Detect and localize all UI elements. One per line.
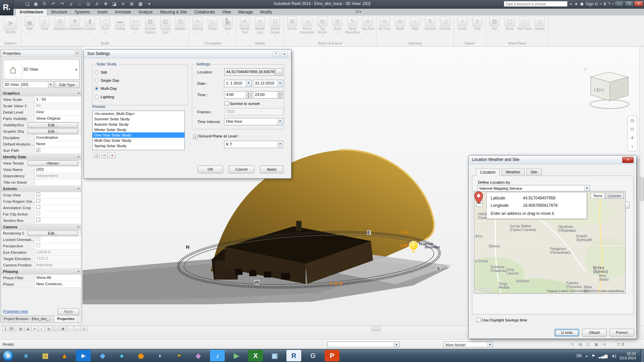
view-control-icon[interactable]: ◍: [46, 326, 52, 331]
help-icon[interactable]: ?: [272, 51, 279, 57]
qat-icon[interactable]: ◪: [111, 1, 118, 7]
property-row[interactable]: Camera Position Adjusting Adjusting: [1, 262, 81, 268]
volume-icon[interactable]: ◄): [611, 354, 616, 358]
preset-item[interactable]: Multi Day Solar Study: [93, 138, 184, 143]
radio-lighting[interactable]: Lighting: [95, 95, 114, 99]
map-terms-link[interactable]: Услови коришћења: [597, 289, 624, 293]
ribbon-button[interactable]: ⊠Room: [285, 16, 300, 31]
property-row[interactable]: View Scale 1 : 50 1 : 50: [1, 97, 81, 103]
property-row[interactable]: Section Box: [1, 218, 81, 224]
status-icon[interactable]: ✎: [569, 342, 575, 347]
map-view-button[interactable]: Мапа: [591, 193, 605, 199]
ribbon-button[interactable]: ▦Set: [487, 16, 502, 31]
presets-listbox[interactable]: <In-session, Multi-Day>Summer Solar Stud…: [92, 111, 185, 150]
ribbon-button[interactable]: ⊿Room Separator: [300, 16, 315, 34]
view-control-icon[interactable]: ☼: [74, 326, 80, 331]
ribbon-button[interactable]: ✎Area Boundary: [345, 16, 360, 34]
pan-icon[interactable]: ✛: [629, 134, 636, 141]
ribbon-button[interactable]: ◠Roof▾: [98, 16, 112, 34]
panel-label-room-area[interactable]: Room & Area ▾: [284, 41, 376, 46]
property-row[interactable]: Graphics: [1, 90, 81, 97]
qat-icon[interactable]: ↶: [50, 1, 57, 7]
checkbox[interactable]: [36, 192, 40, 196]
ribbon-tab[interactable]: Systems: [71, 9, 94, 15]
ok-button[interactable]: U redu: [554, 329, 579, 337]
property-row[interactable]: Rendering Settin... Edit... Edit...: [1, 230, 81, 237]
sign-in-label[interactable]: Sign In: [586, 2, 598, 6]
help-dropdown-icon[interactable]: ▾: [612, 2, 614, 5]
properties-palette-title[interactable]: Properties ✕: [1, 50, 81, 57]
ribbon-button[interactable]: ⊞Window: [52, 16, 67, 31]
ribbon-tab[interactable]: Modify: [257, 9, 276, 15]
taskbar-app-icon[interactable]: P: [325, 350, 339, 361]
close-icon[interactable]: ✕: [281, 51, 288, 57]
zoom-icon[interactable]: ⊙: [629, 126, 636, 132]
apply-button[interactable]: Apply: [58, 308, 79, 315]
taskbar-app-icon[interactable]: X: [248, 350, 263, 361]
ribbon-button[interactable]: ⇅Vertical: [423, 16, 437, 31]
ribbon-button[interactable]: ◑Level: [455, 16, 470, 31]
edit-type-button[interactable]: Edit Type: [55, 81, 79, 88]
apply-button[interactable]: Apply: [260, 166, 283, 173]
taskbar-app-icon[interactable]: ►: [76, 350, 91, 361]
radio-multi-day[interactable]: Multi-Day: [95, 86, 117, 90]
taskbar-app-icon[interactable]: ♪: [210, 350, 225, 361]
radio-still[interactable]: Still: [95, 70, 107, 74]
minimize-button[interactable]: —: [614, 1, 624, 7]
cancel-button[interactable]: Otkaži: [582, 329, 607, 337]
network-signal-icon[interactable]: ▂▄▆: [598, 354, 607, 358]
ribbon-tab[interactable]: Massing & Site: [156, 9, 191, 15]
ribbon-button[interactable]: #Grid: [470, 16, 485, 31]
horizontal-scrollbar-thumb[interactable]: [372, 326, 380, 331]
view-scale-button[interactable]: 1 : 50: [2, 326, 16, 331]
qat-icon[interactable]: ▣: [32, 1, 40, 7]
preset-item[interactable]: Autumn Solar Study: [93, 122, 184, 127]
qat-icon[interactable]: ↔: [76, 1, 83, 7]
qat-icon[interactable]: ≡: [119, 1, 127, 7]
steering-wheel-icon[interactable]: ◎: [629, 117, 636, 124]
ribbon-tab[interactable]: Collaborate: [191, 9, 218, 15]
close-icon[interactable]: ✕: [622, 157, 634, 163]
property-row[interactable]: Camera: [1, 224, 81, 230]
spinner-arrows[interactable]: ▲▼: [277, 92, 282, 98]
property-row[interactable]: Detail Level Fine Fine: [1, 109, 81, 116]
qat-icon[interactable]: ⊿: [67, 1, 74, 7]
property-row[interactable]: View Template <None> <None>: [1, 160, 81, 167]
property-row[interactable]: Graphic Display ... Edit... Edit...: [1, 128, 81, 135]
property-row[interactable]: Phase New Construct... New Construct...: [1, 281, 81, 288]
show-desktop-button[interactable]: [641, 349, 643, 362]
property-row[interactable]: Discipline Coordination Coordination: [1, 135, 81, 141]
property-row[interactable]: View Name {3D} {3D}: [1, 167, 81, 173]
property-row[interactable]: Dependency Independent Independent: [1, 173, 81, 179]
taskbar-app-icon[interactable]: ◆: [95, 350, 110, 361]
ribbon-tab[interactable]: Structure: [47, 9, 71, 15]
vertical-scrollbar[interactable]: [639, 47, 644, 325]
ribbon-tab[interactable]: Insert: [94, 9, 111, 15]
help-icon[interactable]: ?: [608, 2, 610, 6]
time-from-spinner[interactable]: 4:00▲▼: [224, 91, 252, 99]
property-row[interactable]: Far Clip Active: [1, 211, 81, 218]
date-from-combo[interactable]: 1. 1.2010▼: [224, 80, 252, 87]
sunrise-to-sunset-checkbox[interactable]: Sunrise to sunset: [224, 101, 260, 106]
ribbon-button[interactable]: ∕Ref Plane: [517, 16, 532, 31]
status-icon[interactable]: ▤: [577, 342, 583, 347]
view-control-icon[interactable]: ☀: [32, 326, 38, 331]
restore-button[interactable]: ❐: [624, 1, 634, 7]
view-control-icon[interactable]: ◪: [24, 326, 31, 331]
property-row[interactable]: Crop View: [1, 192, 81, 198]
checkbox[interactable]: [36, 199, 40, 203]
start-button[interactable]: ⊞: [3, 350, 14, 361]
taskbar-app-icon[interactable]: R: [286, 350, 301, 361]
property-row[interactable]: Default Analysis ... None None: [1, 141, 81, 147]
checkbox[interactable]: [36, 218, 40, 222]
checkbox[interactable]: [36, 243, 40, 247]
satellite-view-button[interactable]: Сателит: [605, 193, 624, 199]
property-row[interactable]: Identity Data: [1, 154, 81, 160]
taskbar-app-icon[interactable]: ▤: [38, 350, 53, 361]
ribbon-tab[interactable]: View: [219, 9, 235, 15]
property-row[interactable]: Extents: [1, 186, 81, 192]
ribbon-button[interactable]: ▥Curtain Grid: [158, 16, 173, 34]
ribbon-button[interactable]: ∿Model Line: [253, 16, 267, 34]
property-row[interactable]: Annotation Crop: [1, 205, 81, 211]
qat-icon[interactable]: ▾: [146, 1, 153, 7]
